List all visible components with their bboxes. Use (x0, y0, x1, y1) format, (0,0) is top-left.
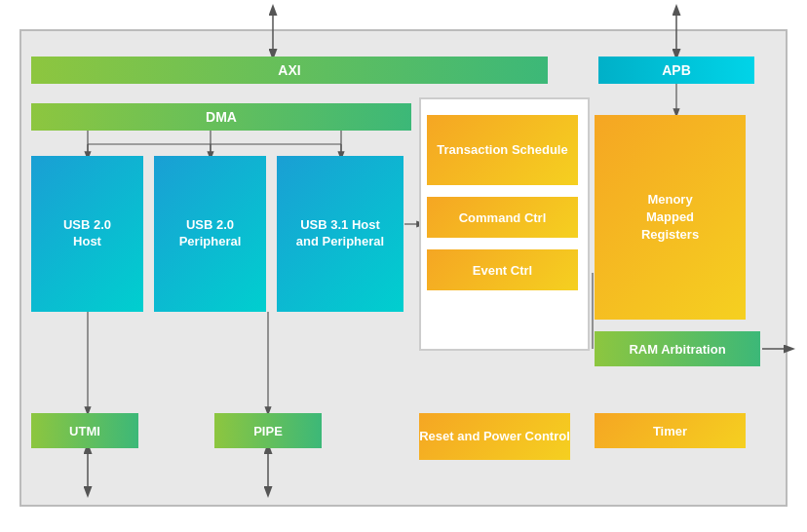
event-ctrl-label: Event Ctrl (473, 263, 532, 278)
axi-label: AXI (278, 62, 300, 78)
command-ctrl-block: Command Ctrl (427, 197, 578, 238)
apb-bar: APB (598, 57, 754, 84)
pipe-label: PIPE (253, 424, 283, 438)
usb-31-label: USB 3.1 Hostand Peripheral (296, 217, 384, 250)
apb-label: APB (662, 62, 691, 78)
ram-arb-label: RAM Arbitration (629, 342, 725, 357)
diagram-container: AXI APB DMA USB 2.0Host USB 2.0Periphera… (0, 0, 807, 532)
utmi-label: UTMI (69, 424, 100, 438)
usb-peripheral-block: USB 2.0Peripheral (154, 156, 266, 312)
reset-power-block: Reset and Power Control (419, 413, 570, 460)
timer-block: Timer (595, 413, 746, 448)
usb-host-label: USB 2.0Host (63, 217, 111, 250)
utmi-block: UTMI (31, 413, 138, 448)
usb-31-block: USB 3.1 Hostand Peripheral (277, 156, 404, 312)
reset-power-label: Reset and Power Control (419, 429, 570, 445)
mem-mapped-label: MenoryMappedRegisters (641, 191, 699, 245)
pipe-block: PIPE (214, 413, 322, 448)
dma-bar: DMA (31, 103, 411, 131)
mem-mapped-block: MenoryMappedRegisters (595, 115, 746, 320)
usb-peripheral-label: USB 2.0Peripheral (179, 217, 242, 250)
event-ctrl-block: Event Ctrl (427, 249, 578, 290)
transaction-schedule-label: Transaction Schedule (437, 142, 567, 159)
command-ctrl-label: Command Ctrl (459, 210, 547, 225)
axi-bar: AXI (31, 57, 548, 84)
ram-arb-block: RAM Arbitration (595, 331, 760, 366)
timer-label: Timer (653, 424, 687, 438)
usb-host-block: USB 2.0Host (31, 156, 143, 312)
dma-label: DMA (206, 109, 237, 125)
transaction-schedule-block: Transaction Schedule (427, 115, 578, 185)
